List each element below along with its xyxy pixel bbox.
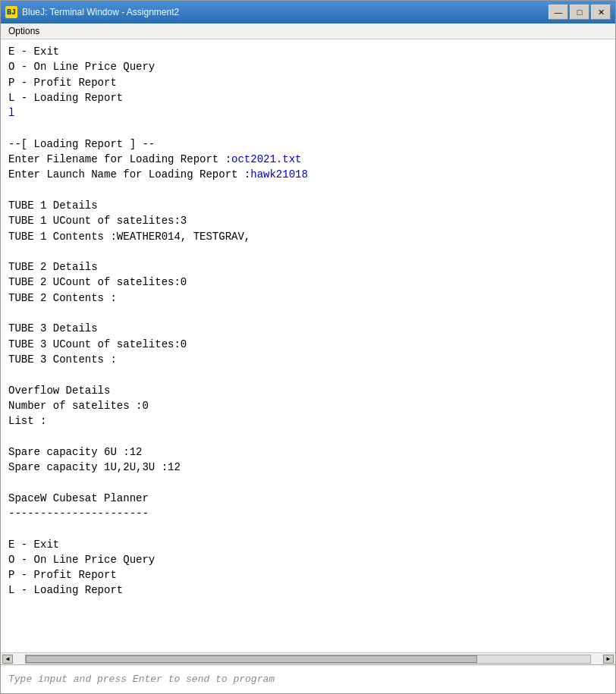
terminal-line: L - Loading Report — [8, 583, 608, 598]
title-bar-left: BJ BlueJ: Terminal Window - Assignment2 — [5, 6, 179, 18]
terminal-line: Overflow Details — [8, 383, 608, 398]
terminal-line: l — [8, 105, 608, 121]
terminal-line: Spare capacity 1U,2U,3U :12 — [8, 460, 608, 475]
terminal-line — [8, 183, 608, 198]
terminal-line: ---------------------- — [8, 506, 608, 521]
terminal-line: TUBE 1 Contents :WEATHER014, TESTGRAV, — [8, 229, 608, 244]
terminal-line: TUBE 2 Contents : — [8, 290, 608, 306]
horizontal-scrollbar[interactable] — [25, 655, 591, 664]
terminal-line-text: l — [8, 107, 14, 119]
terminal-line: Enter Filename for Loading Report :oct20… — [8, 152, 608, 167]
terminal-line: TUBE 2 Details — [8, 259, 608, 275]
terminal-line: O - On Line Price Query — [8, 552, 608, 567]
terminal-line — [8, 367, 608, 382]
terminal-line: SpaceW Cubesat Planner — [8, 491, 608, 506]
terminal-line: TUBE 1 UCount of satelites:3 — [8, 213, 608, 228]
input-bar[interactable]: Type input and press Enter to send to pr… — [1, 664, 615, 693]
terminal-line-text: Enter Launch Name for Loading Report : — [8, 168, 250, 181]
terminal-line: E - Exit — [8, 537, 608, 552]
terminal-line-suffix: oct2021.txt — [231, 153, 301, 165]
title-bar: BJ BlueJ: Terminal Window - Assignment2 … — [1, 1, 615, 24]
window-controls: — □ ✕ — [548, 5, 611, 20]
scroll-left-arrow[interactable]: ◀ — [2, 655, 13, 664]
terminal-output: E - ExitO - On Line Price QueryP - Profi… — [1, 39, 615, 652]
scrollbar-row: ◀ ▶ — [1, 652, 615, 664]
scrollbar-thumb — [26, 655, 477, 663]
terminal-line: L - Loading Report — [8, 90, 608, 105]
terminal-line-suffix: hawk21018 — [250, 168, 308, 181]
terminal-line: --[ Loading Report ] -- — [8, 137, 608, 152]
terminal-line: Number of satelites :0 — [8, 398, 608, 413]
terminal-line: TUBE 3 Details — [8, 321, 608, 336]
minimize-button[interactable]: — — [548, 5, 568, 20]
app-icon: BJ — [5, 6, 17, 18]
options-menu[interactable]: Options — [5, 24, 42, 38]
terminal-line: E - Exit — [8, 44, 608, 59]
terminal-line: O - On Line Price Query — [8, 59, 608, 74]
terminal-line — [8, 306, 608, 321]
maximize-button[interactable]: □ — [570, 5, 589, 20]
terminal-line — [8, 244, 608, 259]
terminal-line — [8, 429, 608, 444]
terminal-line: P - Profit Report — [8, 567, 608, 583]
terminal-line: List : — [8, 413, 608, 429]
scroll-right-arrow[interactable]: ▶ — [603, 655, 614, 664]
menu-bar: Options — [1, 24, 615, 39]
terminal-line — [8, 121, 608, 136]
terminal-line: TUBE 2 UCount of satelites:0 — [8, 275, 608, 290]
window-title: BlueJ: Terminal Window - Assignment2 — [22, 7, 179, 17]
terminal-line: Spare capacity 6U :12 — [8, 444, 608, 460]
terminal-line: Enter Launch Name for Loading Report :ha… — [8, 167, 608, 182]
terminal-window: BJ BlueJ: Terminal Window - Assignment2 … — [0, 0, 616, 694]
terminal-line: TUBE 3 Contents : — [8, 352, 608, 367]
terminal-line — [8, 521, 608, 536]
terminal-line — [8, 475, 608, 490]
close-button[interactable]: ✕ — [591, 5, 611, 20]
terminal-line-text: Enter Filename for Loading Report : — [8, 153, 231, 165]
terminal-line: P - Profit Report — [8, 75, 608, 90]
input-placeholder: Type input and press Enter to send to pr… — [8, 674, 275, 685]
terminal-line: TUBE 3 UCount of satelites:0 — [8, 337, 608, 352]
terminal-line: TUBE 1 Details — [8, 198, 608, 213]
